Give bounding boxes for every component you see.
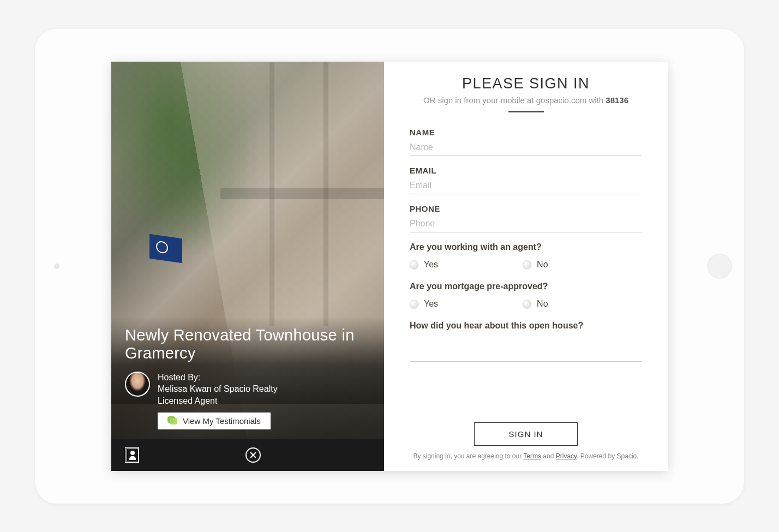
hosted-by-label: Hosted By: — [158, 372, 278, 384]
hear-input[interactable] — [410, 343, 642, 362]
signin-button[interactable]: SIGN IN — [474, 422, 578, 446]
terms-text: By signing in, you are agreeing to our T… — [410, 452, 642, 460]
mortgage-yes-label: Yes — [424, 299, 438, 309]
question-agent: Are you working with an agent? — [410, 242, 642, 252]
flag-graphic — [149, 234, 182, 262]
privacy-link[interactable]: Privacy — [556, 452, 577, 460]
email-group: EMAIL — [410, 166, 642, 194]
name-group: NAME — [410, 128, 642, 156]
signin-title: PLEASE SIGN IN — [410, 75, 642, 92]
radio-icon — [410, 260, 418, 269]
signin-panel: PLEASE SIGN IN OR sign in from your mobi… — [384, 62, 668, 471]
terms-and: and — [541, 452, 556, 460]
email-input[interactable] — [410, 177, 642, 194]
radio-icon — [523, 300, 531, 308]
host-name: Melissa Kwan of Spacio Realty — [158, 383, 278, 395]
agent-radio-row: Yes No — [410, 260, 642, 270]
chat-icon — [167, 416, 177, 425]
close-icon[interactable] — [245, 447, 261, 463]
terms-suffix: . Powered by Spacio. — [577, 452, 638, 460]
phone-input[interactable] — [410, 216, 642, 232]
phone-group: PHONE — [410, 204, 642, 232]
agent-yes-label: Yes — [424, 260, 438, 270]
tablet-frame: Newly Renovated Townhouse in Gramercy Ho… — [35, 29, 744, 504]
signin-subtitle: OR sign in from your mobile at gospacio.… — [410, 95, 642, 105]
email-label: EMAIL — [410, 166, 642, 175]
terms-link[interactable]: Terms — [523, 452, 541, 460]
left-panel: Newly Renovated Townhouse in Gramercy Ho… — [111, 62, 384, 471]
contacts-icon[interactable] — [125, 447, 139, 463]
radio-icon — [410, 300, 418, 308]
question-mortgage: Are you mortgage pre-approved? — [410, 282, 642, 291]
divider — [508, 111, 544, 112]
bottom-bar — [111, 439, 384, 471]
mortgage-yes-option[interactable]: Yes — [410, 299, 438, 309]
signin-code: 38136 — [606, 95, 628, 105]
phone-label: PHONE — [410, 204, 642, 213]
name-input[interactable] — [410, 139, 642, 156]
flag-emblem — [156, 240, 168, 254]
app-container: Newly Renovated Townhouse in Gramercy Ho… — [111, 62, 668, 471]
property-title: Newly Renovated Townhouse in Gramercy — [125, 326, 370, 363]
building-windows-graphic — [220, 62, 384, 326]
mortgage-no-label: No — [537, 299, 548, 309]
mortgage-no-option[interactable]: No — [523, 299, 548, 309]
radio-icon — [523, 260, 531, 269]
view-testimonials-button[interactable]: View My Testimonials — [158, 413, 271, 429]
tablet-home-button[interactable] — [707, 254, 732, 279]
host-row: Hosted By: Melissa Kwan of Spacio Realty… — [125, 372, 370, 407]
agent-yes-option[interactable]: Yes — [410, 260, 438, 270]
signin-subtitle-prefix: OR sign in from your mobile at gospacio.… — [423, 95, 606, 105]
mortgage-radio-row: Yes No — [410, 299, 642, 309]
avatar — [125, 372, 150, 397]
host-info: Hosted By: Melissa Kwan of Spacio Realty… — [158, 372, 278, 407]
property-image: Newly Renovated Townhouse in Gramercy Ho… — [111, 62, 384, 439]
host-role: Licensed Agent — [158, 395, 278, 407]
question-hear: How did you hear about this open house? — [410, 321, 642, 331]
agent-no-label: No — [537, 260, 548, 270]
property-overlay: Newly Renovated Townhouse in Gramercy Ho… — [111, 316, 384, 439]
agent-no-option[interactable]: No — [523, 260, 548, 270]
name-label: NAME — [410, 128, 642, 137]
testimonials-label: View My Testimonials — [183, 416, 261, 426]
terms-prefix: By signing in, you are agreeing to our — [413, 452, 523, 460]
tablet-camera — [54, 264, 59, 269]
